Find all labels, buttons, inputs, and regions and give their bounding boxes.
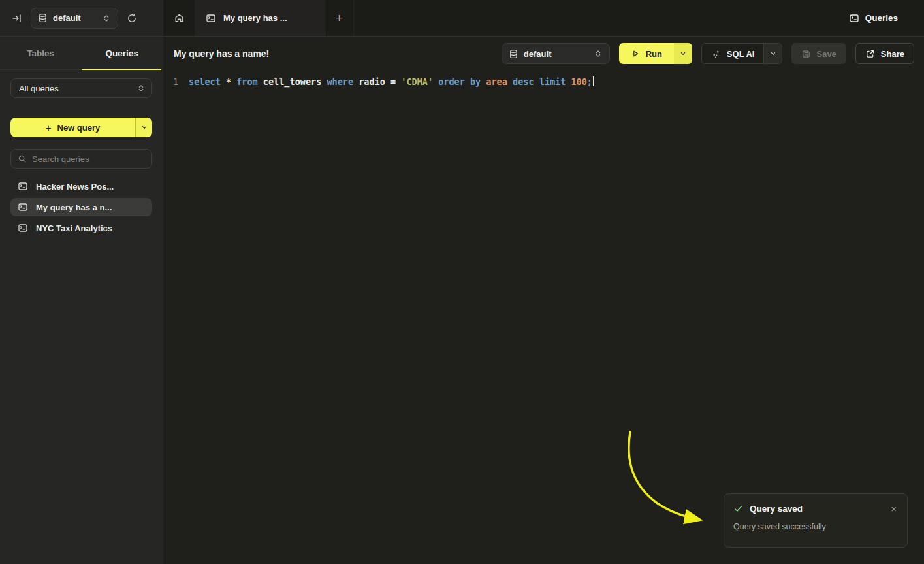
share-label: Share	[881, 49, 904, 59]
chevron-updown-icon	[594, 49, 603, 58]
toast-close-button[interactable]: ×	[889, 504, 898, 514]
run-dropdown[interactable]	[674, 43, 692, 64]
database-icon	[38, 13, 48, 23]
toast-header: Query saved ×	[733, 504, 898, 514]
new-query-dropdown[interactable]	[135, 118, 152, 137]
editor-line[interactable]: 1 select * from cell_towers where radio …	[163, 75, 924, 88]
toast-message: Query saved successfully	[733, 522, 898, 531]
query-list-item-selected[interactable]: My query has a n...	[10, 198, 152, 216]
home-icon	[174, 12, 185, 24]
sidebar: Tables Queries All queries + New query	[0, 37, 163, 564]
query-item-label: My query has a n...	[36, 203, 112, 212]
query-item-label: NYC Taxi Analytics	[36, 224, 112, 233]
queries-filter-value: All queries	[19, 84, 136, 93]
sql-code[interactable]: select * from cell_towers where radio = …	[189, 75, 594, 88]
top-bar-left: default	[0, 0, 163, 36]
collapse-sidebar-button[interactable]	[12, 13, 22, 24]
save-icon	[801, 49, 811, 59]
database-icon	[509, 49, 518, 59]
sparkles-icon	[711, 49, 721, 59]
sql-ai-dropdown[interactable]	[763, 44, 782, 63]
queries-filter-select[interactable]: All queries	[10, 78, 152, 98]
query-toolbar: default Run	[502, 43, 914, 64]
top-bar-right: My query has ... + Queries	[163, 0, 924, 36]
query-terminal-icon	[206, 13, 216, 24]
home-button[interactable]	[163, 0, 195, 36]
tab-queries[interactable]: Queries	[82, 37, 163, 69]
new-query-main[interactable]: + New query	[10, 118, 135, 137]
share-icon	[865, 49, 875, 59]
search-queries-box	[10, 149, 152, 169]
query-terminal-icon	[18, 181, 28, 191]
sidebar-tabs: Tables Queries	[0, 37, 163, 70]
toolbar-database-value: default	[524, 49, 588, 59]
sql-ai-button[interactable]: SQL AI	[701, 43, 783, 64]
search-icon	[18, 154, 27, 163]
save-label: Save	[816, 49, 836, 59]
editor-tab[interactable]: My query has ...	[195, 0, 325, 36]
chevron-down-icon	[769, 50, 777, 58]
play-icon	[631, 49, 640, 58]
new-query-label: New query	[57, 123, 101, 133]
sql-ai-main[interactable]: SQL AI	[702, 44, 764, 63]
share-button[interactable]: Share	[855, 43, 914, 64]
toolbar-database-selector[interactable]: default	[502, 43, 610, 64]
editor-tab-label: My query has ...	[223, 13, 287, 23]
sql-ai-label: SQL AI	[727, 49, 755, 59]
check-icon	[733, 504, 743, 514]
query-list-item[interactable]: NYC Taxi Analytics	[10, 219, 152, 237]
collapse-sidebar-icon	[12, 13, 22, 24]
new-tab-button[interactable]: +	[325, 0, 354, 36]
run-button[interactable]: Run	[619, 43, 692, 64]
queries-indicator[interactable]: Queries	[849, 0, 924, 36]
new-query-button[interactable]: + New query	[10, 118, 152, 137]
main-area: My query has a name! default Run	[163, 37, 924, 564]
tab-tables[interactable]: Tables	[0, 37, 82, 69]
toast-title: Query saved	[750, 504, 803, 514]
run-label: Run	[646, 49, 662, 59]
chevron-updown-icon	[136, 84, 146, 93]
queries-indicator-label: Queries	[865, 13, 898, 23]
query-terminal-icon	[18, 202, 28, 212]
chevron-down-icon	[140, 124, 148, 131]
top-bar: default My query has ... +	[0, 0, 924, 37]
database-selector[interactable]: default	[31, 8, 118, 29]
query-list: Hacker News Pos... My query has a n... N…	[10, 177, 152, 237]
query-item-label: Hacker News Pos...	[36, 182, 114, 191]
database-selector-value: default	[53, 13, 97, 23]
query-terminal-icon	[849, 13, 859, 24]
refresh-icon	[127, 13, 137, 24]
chevron-updown-icon	[102, 14, 111, 23]
plus-icon: +	[46, 122, 52, 133]
line-number: 1	[163, 75, 189, 88]
sidebar-body: All queries + New query	[0, 70, 163, 237]
chevron-down-icon	[679, 50, 687, 58]
query-list-item[interactable]: Hacker News Pos...	[10, 177, 152, 195]
toast-query-saved: Query saved × Query saved successfully	[724, 493, 908, 548]
run-button-main[interactable]: Run	[619, 43, 674, 64]
query-terminal-icon	[18, 223, 28, 233]
query-header: My query has a name! default Run	[163, 37, 924, 70]
search-queries-input[interactable]	[32, 154, 147, 164]
sql-editor[interactable]: 1 select * from cell_towers where radio …	[163, 70, 924, 88]
text-cursor	[593, 76, 594, 86]
query-title[interactable]: My query has a name!	[174, 48, 269, 59]
save-button[interactable]: Save	[791, 43, 846, 64]
refresh-button[interactable]	[127, 13, 137, 24]
